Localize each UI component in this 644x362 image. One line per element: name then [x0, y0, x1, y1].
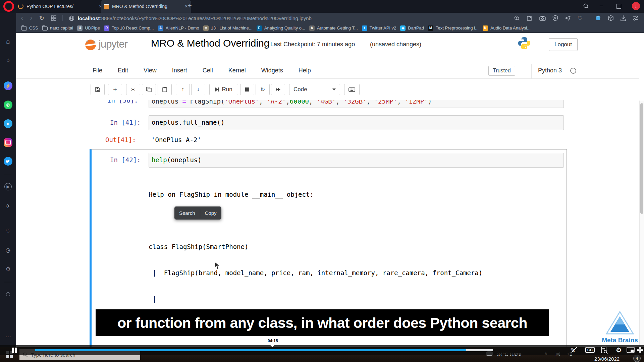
bookmark-item[interactable]: ≣13+ List of Machine...	[203, 25, 253, 31]
bookmark-item[interactable]: UUDPipe	[77, 25, 100, 31]
pause-icon[interactable]	[15, 348, 17, 353]
player-icon[interactable]: ▶	[0, 183, 16, 190]
popup-search-button[interactable]: Search	[174, 206, 200, 220]
exit-fullscreen-icon[interactable]	[637, 347, 643, 353]
save-button[interactable]	[91, 84, 105, 95]
reload-icon[interactable]: ↻	[39, 14, 44, 22]
jupyter-logo[interactable]: jupyter	[85, 38, 127, 50]
sidebar-more-icon[interactable]: ⋯	[0, 333, 16, 340]
instagram-icon[interactable]	[4, 138, 12, 147]
my-flow-icon[interactable]	[565, 15, 571, 21]
notification-badge[interactable]: 4	[633, 355, 641, 362]
home-icon[interactable]: ⌂	[0, 38, 16, 45]
settings-gear-icon[interactable]: ⚙	[0, 265, 16, 273]
paste-cell-button[interactable]	[158, 84, 172, 95]
downloads-icon[interactable]	[621, 15, 626, 21]
bookmark-folder[interactable]: CSS	[21, 25, 38, 31]
bookmark-heart-icon[interactable]: ♡	[578, 15, 583, 22]
code-line: oneplus = FlagShip('OnePlus', 'A-2',6000…	[149, 100, 564, 108]
meta-brains-label: Meta Brains	[600, 337, 640, 344]
interrupt-kernel-button[interactable]	[240, 84, 254, 95]
find-zoom-icon[interactable]	[514, 15, 520, 21]
restart-kernel-button[interactable]: ↻	[256, 84, 270, 95]
menu-file[interactable]: File	[93, 67, 102, 74]
scrollbar-thumb[interactable]	[640, 103, 643, 214]
favicon-icon: A	[158, 25, 163, 31]
transcript-search-icon[interactable]	[601, 347, 608, 354]
search-icon[interactable]	[583, 3, 589, 9]
code-cell-41[interactable]: oneplus.full_name()	[149, 115, 564, 130]
browser-tab-mro[interactable]: MRO & Method Overriding ×	[101, 0, 191, 13]
flow-icon[interactable]: ✈	[0, 203, 16, 210]
bookmark-item[interactable]: ◆DartPad	[400, 25, 424, 31]
maximize-button[interactable]	[616, 4, 621, 9]
code-cell-clipped[interactable]: oneplus = FlagShip('OnePlus', 'A-2',6000…	[149, 100, 564, 108]
jupyter-planet-icon	[85, 40, 96, 50]
opera-logo-icon	[3, 1, 14, 12]
minimize-button[interactable]: –	[600, 2, 603, 9]
captions-cc-button[interactable]: CC	[585, 347, 595, 353]
bookmark-label: Automate Getting T...	[317, 25, 358, 31]
forward-icon[interactable]: ›	[30, 14, 32, 22]
speed-dial-grid-icon[interactable]	[51, 15, 56, 21]
favorites-heart-icon[interactable]: ♡	[0, 228, 16, 235]
cut-cell-button[interactable]: ✂	[126, 84, 140, 95]
messenger-icon[interactable]: ⚡	[4, 81, 12, 90]
tab-close-icon[interactable]: ×	[185, 3, 188, 9]
bookmark-item[interactable]: AAllenNLP - Demo	[158, 25, 199, 31]
menu-insert[interactable]: Insert	[172, 67, 187, 74]
menu-kernel[interactable]: Kernel	[228, 67, 246, 74]
run-button[interactable]: Run	[209, 84, 238, 95]
cell-type-dropdown[interactable]: Code	[289, 84, 340, 95]
back-icon[interactable]: ‹	[21, 14, 23, 22]
opera-menu-button[interactable]	[3, 1, 14, 12]
add-cell-button[interactable]: +	[108, 84, 122, 95]
meta-brains-logo-icon	[606, 311, 634, 335]
copy-cell-button[interactable]	[142, 84, 156, 95]
annotations-off-icon[interactable]: ✎	[570, 347, 575, 354]
move-cell-up-button[interactable]: ↑	[176, 84, 190, 95]
menu-widgets[interactable]: Widgets	[261, 67, 283, 74]
vpn-extension-icon[interactable]	[595, 15, 601, 21]
speed-dial-icon[interactable]: ☆	[0, 57, 16, 64]
new-tab-button[interactable]: +	[188, 2, 192, 10]
snapshot-camera-icon[interactable]	[539, 15, 546, 21]
taskbar-date[interactable]: 23/06/2022	[594, 356, 620, 362]
page-scrollbar[interactable]	[639, 101, 644, 362]
picture-in-picture-icon[interactable]	[627, 347, 635, 353]
browser-tab-python-oop[interactable]: Python OOP Lectures/ ×	[15, 0, 105, 13]
history-clock-icon[interactable]: ◷	[0, 247, 16, 254]
extensions-cube-icon[interactable]	[608, 15, 614, 21]
restart-run-all-button[interactable]	[271, 84, 285, 95]
ideas-bulb-icon[interactable]	[0, 291, 16, 298]
menu-view[interactable]: View	[144, 67, 157, 74]
notebook-title[interactable]: MRO & Method Overriding	[151, 38, 269, 49]
whatsapp-icon[interactable]: ✆	[4, 101, 12, 109]
logout-button[interactable]: Logout	[549, 38, 578, 51]
bookmark-item[interactable]: tTwitter API v2	[362, 25, 396, 31]
bookmark-item[interactable]: AAutomate Getting T...	[309, 25, 358, 31]
menu-help[interactable]: Help	[299, 67, 311, 74]
video-progress-track[interactable]	[35, 349, 493, 351]
bookmark-item[interactable]: KAudio Data Analysi...	[483, 25, 531, 31]
menu-cell[interactable]: Cell	[203, 67, 213, 74]
command-palette-button[interactable]	[344, 84, 360, 95]
pause-icon[interactable]	[12, 348, 14, 353]
bookmark-item[interactable]: EAnalyzing Quality o...	[257, 25, 305, 31]
adblock-shield-icon[interactable]	[552, 15, 558, 21]
bookmark-item[interactable]: MText Preprocessing i...	[428, 25, 479, 31]
browser-update-button[interactable]: ↓	[632, 2, 640, 10]
bookmark-item[interactable]: RTop 10 React Comp...	[104, 25, 154, 31]
menu-edit[interactable]: Edit	[118, 67, 128, 74]
easy-setup-sliders-icon[interactable]	[633, 15, 639, 21]
twitter-icon[interactable]	[4, 157, 12, 166]
code-cell-42[interactable]: help(oneplus)	[149, 153, 564, 168]
popup-copy-button[interactable]: Copy	[200, 206, 221, 220]
bookmark-folder[interactable]: naaz capital	[42, 25, 73, 31]
output-value: 'OnePlus A-2'	[151, 135, 201, 144]
pinboard-icon[interactable]	[527, 15, 533, 21]
url-field[interactable]: localhost:8888/notebooks/Python%20OOP%20…	[78, 15, 312, 21]
player-settings-gear-icon[interactable]: ⚙	[616, 346, 622, 354]
move-cell-down-button[interactable]: ↓	[191, 84, 205, 95]
telegram-icon[interactable]: ➤	[4, 119, 12, 128]
